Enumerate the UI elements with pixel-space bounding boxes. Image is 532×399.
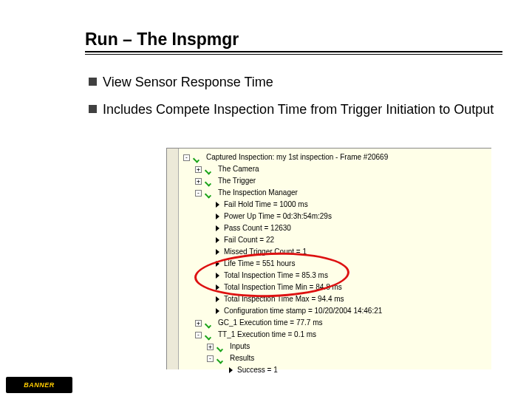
tree-success-label: Success = 1	[237, 364, 278, 376]
scrollbar-gutter[interactable]	[167, 149, 179, 369]
tree-tt[interactable]: - TT_1 Execution time = 0.1 ms	[183, 329, 488, 341]
tree-screenshot: - Captured Inspection: my 1st inspection…	[166, 148, 491, 369]
banner-logo: BANNER	[6, 377, 72, 393]
tree-item-label: Missed Trigger Count = 1	[224, 246, 307, 258]
expand-icon[interactable]: +	[195, 178, 202, 185]
bullet-2-text: Includes Compete Inspection Time from Tr…	[103, 101, 494, 118]
check-icon	[205, 176, 215, 186]
check-icon	[205, 330, 215, 340]
tree-item: Pass Count = 12630	[183, 222, 488, 234]
bullet-arrow-icon	[216, 284, 219, 290]
tree-inspmgr[interactable]: - The Inspection Manager	[183, 187, 488, 199]
bullet-arrow-icon	[216, 249, 219, 255]
bullet-arrow-icon	[216, 237, 219, 243]
bullet-arrow-icon	[216, 261, 219, 267]
collapse-icon[interactable]: -	[195, 332, 202, 338]
check-icon	[205, 164, 215, 174]
tree-item-label: Total Inspection Time Max = 94.4 ms	[224, 293, 344, 305]
title-block: Run – The Inspmgr	[85, 30, 502, 57]
tree-item: Power Up Time = 0d:3h:54m:29s	[183, 211, 488, 222]
bullet-arrow-icon	[216, 214, 219, 219]
tree-trigger[interactable]: + The Trigger	[183, 175, 488, 187]
bullet-arrow-icon	[216, 296, 219, 302]
tree-item: Fail Hold Time = 1000 ms	[183, 199, 488, 211]
bullet-1-text: View Sensor Response Time	[103, 74, 273, 91]
tree-trigger-label: The Trigger	[218, 175, 256, 187]
check-icon	[216, 353, 227, 364]
tree-item: Total Inspection Time Max = 94.4 ms	[183, 293, 488, 305]
tree-item-label: Configuration time stamp = 10/20/2004 14…	[224, 305, 382, 317]
tree-item: Total Inspection Time Min = 84.8 ms	[183, 282, 488, 293]
tree-root-label: Captured Inspection: my 1st inspection -…	[206, 151, 388, 163]
tree-results-label: Results	[230, 352, 254, 364]
bullet-list: View Sensor Response Time Includes Compe…	[89, 74, 502, 128]
tree-item-label: Total Inspection Time = 85.3 ms	[224, 270, 328, 282]
tree-item: Fail Count = 22	[183, 234, 488, 246]
banner-logo-text: BANNER	[24, 381, 55, 389]
tree-inputs[interactable]: + Inputs	[183, 341, 488, 352]
bullet-square-icon	[89, 78, 97, 86]
tree-gc-label: GC_1 Execution time = 77.7 ms	[218, 317, 322, 329]
tree-inspmgr-label: The Inspection Manager	[218, 187, 298, 199]
check-icon	[193, 152, 203, 163]
tree-view: - Captured Inspection: my 1st inspection…	[183, 151, 488, 376]
tree-item-label: Power Up Time = 0d:3h:54m:29s	[224, 211, 332, 222]
expand-icon[interactable]: +	[195, 166, 202, 173]
collapse-icon[interactable]: -	[195, 190, 202, 197]
bullet-arrow-icon	[216, 202, 219, 208]
bullet-arrow-icon	[216, 308, 219, 314]
tree-item-label: Pass Count = 12630	[224, 222, 291, 234]
check-icon	[205, 188, 215, 198]
tree-item-label: Total Inspection Time Min = 84.8 ms	[224, 282, 342, 293]
bullet-arrow-icon	[216, 273, 219, 279]
expand-icon[interactable]: +	[195, 320, 202, 327]
tree-item: Configuration time stamp = 10/20/2004 14…	[183, 305, 488, 317]
tree-root[interactable]: - Captured Inspection: my 1st inspection…	[183, 151, 488, 163]
tree-camera-label: The Camera	[218, 163, 259, 175]
tree-item: Total Inspection Time = 85.3 ms	[183, 270, 488, 282]
check-icon	[216, 341, 227, 352]
slide-title: Run – The Inspmgr	[85, 30, 502, 51]
tree-success: Success = 1	[183, 364, 488, 376]
bullet-1: View Sensor Response Time	[89, 74, 502, 91]
tree-gc[interactable]: + GC_1 Execution time = 77.7 ms	[183, 317, 488, 329]
bullet-2: Includes Compete Inspection Time from Tr…	[89, 101, 502, 118]
bullet-arrow-icon	[229, 367, 233, 373]
tree-item-label: Fail Count = 22	[224, 234, 274, 246]
tree-item-label: Fail Hold Time = 1000 ms	[224, 199, 308, 211]
expand-icon[interactable]: +	[207, 344, 214, 350]
collapse-icon[interactable]: -	[207, 355, 214, 362]
check-icon	[205, 318, 215, 328]
tree-item: Missed Trigger Count = 1	[183, 246, 488, 258]
tree-inputs-label: Inputs	[230, 341, 250, 352]
collapse-icon[interactable]: -	[183, 154, 190, 161]
tree-tt-label: TT_1 Execution time = 0.1 ms	[218, 329, 316, 341]
bullet-arrow-icon	[216, 225, 219, 231]
bullet-square-icon	[89, 105, 97, 113]
tree-item: Life Time = 551 hours	[183, 258, 488, 270]
tree-results[interactable]: - Results	[183, 352, 488, 364]
slide: Run – The Inspmgr View Sensor Response T…	[0, 0, 532, 399]
tree-item-label: Life Time = 551 hours	[224, 258, 295, 270]
tree-camera[interactable]: + The Camera	[183, 163, 488, 175]
title-rule	[85, 51, 502, 57]
